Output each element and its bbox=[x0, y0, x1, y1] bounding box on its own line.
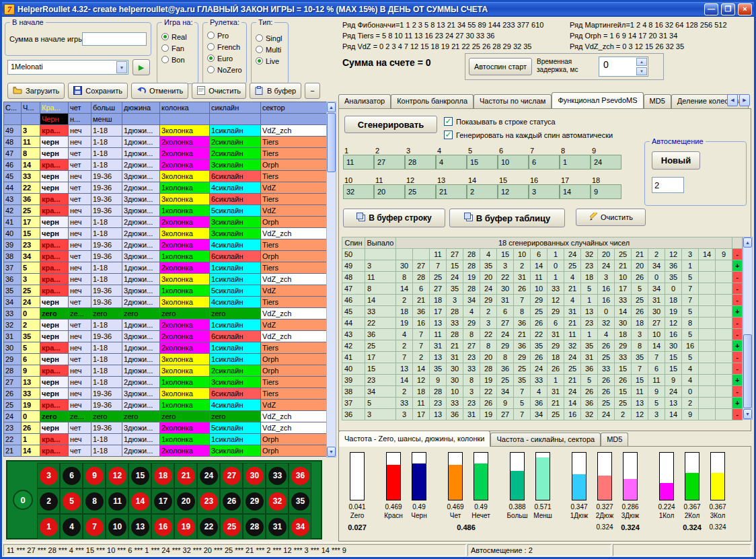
column-header[interactable]: Черн bbox=[40, 114, 69, 125]
start-sum-input[interactable] bbox=[82, 32, 147, 46]
board-cell-7[interactable]: 7 bbox=[83, 514, 106, 539]
table-row[interactable]: 322чернчет1-181дюжи...2колонка1сиклайнVd… bbox=[4, 320, 327, 331]
table-row[interactable]: 478чернчет1-181дюжи...2колонка2сиклайнTi… bbox=[4, 148, 327, 159]
checkbox-autogen-box[interactable]: ✓ bbox=[444, 131, 453, 139]
table-row[interactable]: 4614кра...чет1-182дюжи...2колонка3сиклай… bbox=[4, 159, 327, 171]
scroll-down-icon[interactable]: ▼ bbox=[327, 447, 336, 457]
radio-icon[interactable] bbox=[207, 66, 215, 73]
clear-button[interactable]: Очистить bbox=[192, 83, 246, 99]
table-row[interactable]: 4422чернчет19-362дюжи...1колонка4сиклайн… bbox=[4, 182, 327, 194]
board-cell-5[interactable]: 5 bbox=[60, 488, 83, 514]
table-row[interactable]: 41177213312320829261824312533357155- bbox=[342, 352, 743, 363]
board-cell-11[interactable]: 11 bbox=[106, 488, 128, 514]
board-cell-27[interactable]: 27 bbox=[220, 463, 243, 488]
column-header[interactable] bbox=[261, 114, 327, 125]
save-button[interactable]: Сохранить bbox=[68, 83, 128, 99]
table-row[interactable]: 289кра...неч1-181дюжи...3колонка2сиклайн… bbox=[4, 365, 327, 377]
close-button[interactable]: × bbox=[738, 3, 752, 15]
radio-bon[interactable]: Bon bbox=[161, 54, 187, 65]
minimize-button[interactable]: — bbox=[704, 3, 718, 15]
board-cell-32[interactable]: 32 bbox=[266, 488, 289, 514]
radio-icon[interactable] bbox=[207, 54, 215, 62]
checkbox-status-box[interactable]: ✓ bbox=[444, 117, 453, 126]
column-header[interactable]: больш bbox=[91, 102, 122, 114]
table-row[interactable]: 2326чернчет19-363дюжи...2колонка5сиклайн… bbox=[4, 422, 327, 434]
column-header[interactable] bbox=[210, 114, 261, 125]
board-cell-36[interactable]: 36 bbox=[289, 463, 311, 488]
table-row[interactable]: 4015131435303328362524262536331576154- bbox=[342, 363, 743, 375]
board-cell-3[interactable]: 3 bbox=[37, 463, 60, 488]
table-row[interactable]: 50112728415106124322025212123149- bbox=[342, 249, 743, 260]
board-cell-8[interactable]: 8 bbox=[83, 488, 106, 514]
board-cell-26[interactable]: 26 bbox=[220, 488, 243, 514]
table-row[interactable]: 4614221183342931729124116332531187- bbox=[342, 295, 743, 306]
table-row[interactable]: 330zeroze...zerozerozerozeroVdZ_zch bbox=[4, 308, 327, 320]
radio-icon[interactable] bbox=[256, 57, 263, 65]
autoshift-new-button[interactable]: Новый bbox=[652, 151, 700, 170]
delay-spinner[interactable]: 0 ▲ ▼ bbox=[599, 57, 648, 77]
clear-generated-button[interactable]: Очистить bbox=[576, 209, 646, 226]
table-row[interactable]: 4225кра...неч19-363дюжи...1колонка5сикла… bbox=[4, 205, 327, 217]
radio-real[interactable]: Real bbox=[161, 31, 187, 42]
radio-euro[interactable]: Euro bbox=[207, 52, 242, 64]
table-row[interactable]: 3135черннеч19-363дюжи...2колонка6сиклайн… bbox=[4, 331, 327, 342]
radio-icon[interactable] bbox=[161, 44, 169, 52]
tab--[interactable]: Анализатор bbox=[338, 94, 391, 108]
radio-nozero[interactable]: NoZero bbox=[207, 64, 242, 75]
tab--[interactable]: Контроль банкролла bbox=[391, 94, 474, 108]
spinner-down-icon[interactable]: ▼ bbox=[636, 67, 647, 75]
radio-pro[interactable]: Pro bbox=[207, 30, 242, 41]
table-row[interactable]: 37533112333232695362114362525135132+ bbox=[342, 398, 743, 409]
table-row[interactable]: 363кра...неч1-181дюжи...3колонка1сиклайн… bbox=[4, 274, 327, 285]
board-cell-30[interactable]: 30 bbox=[243, 463, 266, 488]
board-cell-15[interactable]: 15 bbox=[128, 463, 151, 488]
board-cell-12[interactable]: 12 bbox=[106, 463, 128, 488]
table-row[interactable]: 3834кра...чет19-363дюжи...1колонка6сикла… bbox=[4, 251, 327, 262]
column-header[interactable] bbox=[22, 114, 40, 125]
freq-tab-md5[interactable]: MD5 bbox=[601, 433, 628, 447]
checkbox-autogen-row[interactable]: ✓ Генерировать на каждый спин автоматиче… bbox=[444, 131, 613, 139]
board-cell-19[interactable]: 19 bbox=[174, 514, 197, 539]
autoshift-value-input[interactable] bbox=[652, 177, 684, 193]
copy-row-button[interactable]: В буфер строку bbox=[343, 209, 445, 227]
preset-combobox[interactable]: 1Melonati ▼ bbox=[7, 60, 128, 75]
radio-icon[interactable] bbox=[256, 46, 263, 53]
scroll-down-icon[interactable]: ▼ bbox=[743, 409, 752, 419]
freq-tab--zero-[interactable]: Частота - Zero, шансы, дюжины, колонки bbox=[338, 431, 490, 447]
maximize-button[interactable]: ❐ bbox=[721, 3, 735, 15]
board-cell-29[interactable]: 29 bbox=[243, 488, 266, 514]
board-cell-24[interactable]: 24 bbox=[197, 463, 220, 488]
undo-button[interactable]: Отменить bbox=[131, 83, 188, 99]
board-zero-cell[interactable]: 0 bbox=[13, 490, 33, 510]
board-cell-14[interactable]: 14 bbox=[128, 488, 151, 514]
table-row[interactable]: 3424чернчет19-362дюжи...3колонка4сиклайн… bbox=[4, 297, 327, 308]
board-cell-31[interactable]: 31 bbox=[266, 514, 289, 539]
tab-scroll-left-icon[interactable]: ◀ bbox=[727, 94, 738, 106]
board-cell-4[interactable]: 4 bbox=[60, 514, 83, 539]
chevron-down-icon[interactable]: ▼ bbox=[116, 61, 127, 73]
column-header[interactable] bbox=[160, 114, 210, 125]
radio-icon[interactable] bbox=[161, 33, 169, 40]
column-header-spin[interactable]: Спин bbox=[342, 237, 365, 249]
load-button[interactable]: Загрузить bbox=[7, 83, 65, 99]
table-row[interactable]: 4117черннеч1-182дюжи...2колонка3сиклайнO… bbox=[4, 217, 327, 228]
table-row[interactable]: 2633черннеч19-363дюжи...3колонка6сиклайн… bbox=[4, 388, 327, 400]
table-row[interactable]: 4933027715283532140252324212034361+ bbox=[342, 260, 743, 272]
scroll-up-icon[interactable]: ▲ bbox=[327, 102, 336, 112]
freq-tab--[interactable]: Частота - сиклайны, сектора bbox=[490, 433, 601, 447]
table-row[interactable]: 4533183617284268252931130142630195+ bbox=[342, 306, 743, 318]
table-row[interactable]: 4533черннеч19-363дюжи...3колонка6сиклайн… bbox=[4, 171, 327, 182]
history-scrollbar-thumb[interactable] bbox=[327, 113, 336, 172]
board-cell-20[interactable]: 20 bbox=[174, 488, 197, 514]
column-header[interactable]: сиклайн bbox=[210, 102, 261, 114]
table-row[interactable]: 3633171336311927734251632242123149- bbox=[342, 409, 743, 420]
board-cell-10[interactable]: 10 bbox=[106, 514, 128, 539]
table-row[interactable]: 3923141293081925353312152626151194+ bbox=[342, 375, 743, 386]
column-header[interactable]: менш bbox=[91, 114, 122, 125]
radio-live[interactable]: Live bbox=[256, 55, 282, 67]
table-row[interactable]: 2114кра...чет1-182дюжи...2колонка3сиклай… bbox=[4, 445, 327, 457]
radio-icon[interactable] bbox=[161, 56, 169, 63]
board-cell-17[interactable]: 17 bbox=[151, 488, 174, 514]
table-row[interactable]: 2713черннеч1-182дюжи...1колонка3сиклайнT… bbox=[4, 377, 327, 388]
board-cell-9[interactable]: 9 bbox=[83, 463, 106, 488]
